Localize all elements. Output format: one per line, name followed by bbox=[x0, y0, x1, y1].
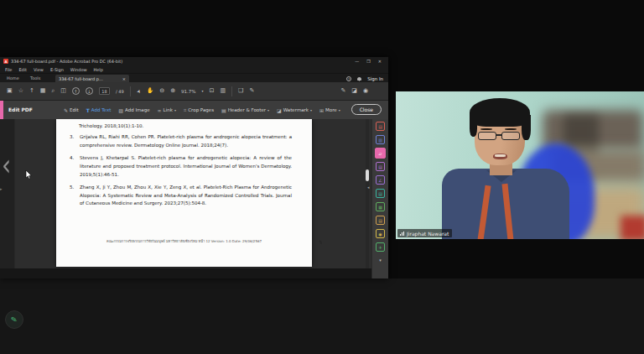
toolbar-right-group: ✎ ◪ ◉ bbox=[340, 88, 382, 94]
hand-tool-icon[interactable]: ✋ bbox=[147, 88, 154, 94]
tool-organize-pages[interactable]: ▦ bbox=[376, 202, 385, 211]
tab-tools[interactable]: Tools bbox=[30, 75, 40, 81]
header-footer-button[interactable]: ▤ Header & Footer ▾ bbox=[221, 107, 269, 113]
add-image-label: Add Image bbox=[125, 107, 150, 112]
search-icon[interactable]: ⌕ bbox=[51, 88, 55, 94]
previous-page-icon[interactable]: ↑ bbox=[72, 87, 80, 95]
menu-window[interactable]: Window bbox=[67, 67, 91, 72]
tool-protect-pdf[interactable]: ◉ bbox=[376, 229, 385, 238]
chevron-down-icon: ▾ bbox=[267, 108, 269, 112]
add-text-label: Add Text bbox=[91, 107, 112, 112]
annotate-pencil-button[interactable]: ✎ bbox=[5, 310, 23, 329]
expand-pane-arrow-icon[interactable]: ▸ bbox=[0, 186, 3, 191]
glasses-lens bbox=[478, 132, 496, 140]
connection-signal-icon bbox=[400, 231, 405, 236]
sign-in-button[interactable]: Sign In bbox=[367, 76, 383, 81]
tools-panel: ▤ ▥ ▱ ▤ ∠ ▤ ▦ ▤ ◉ ✈ ▾ bbox=[371, 119, 388, 279]
page-display-icon[interactable]: ▥ bbox=[220, 88, 226, 94]
tool-share-review[interactable]: ✈ bbox=[376, 242, 385, 252]
snapshot-icon[interactable]: ◫ bbox=[60, 88, 66, 94]
draw-icon[interactable]: ✎ bbox=[249, 88, 254, 94]
stamp-icon[interactable]: ◪ bbox=[351, 88, 357, 94]
account-icon[interactable]: ◉ bbox=[363, 88, 368, 94]
fit-width-icon[interactable]: ⊡ bbox=[210, 88, 215, 94]
acrobat-window: A 334-67 full-board.pdf - Adobe Acrobat … bbox=[0, 57, 388, 279]
participant-name-tag: Jiraphat Nawarat bbox=[397, 229, 452, 237]
active-tool-accent-strip bbox=[0, 101, 3, 119]
more-icon: ⊞ bbox=[319, 107, 324, 113]
print-icon[interactable]: ▦ bbox=[40, 88, 46, 94]
star-icon[interactable]: ☆ bbox=[18, 88, 23, 94]
tool-edit-pdf-active[interactable]: ▱ bbox=[375, 148, 386, 159]
zoom-level-value[interactable]: 91.7% bbox=[181, 89, 195, 94]
next-page-icon[interactable]: ↓ bbox=[86, 87, 93, 95]
panel-scroll-down-icon[interactable]: ▾ bbox=[379, 258, 382, 263]
add-image-button[interactable]: ▨ Add Image bbox=[118, 107, 149, 113]
toolbar-divider bbox=[130, 86, 131, 96]
chevron-down-icon: ▾ bbox=[174, 108, 176, 112]
comment-icon[interactable]: ❑ bbox=[238, 88, 243, 94]
restore-button[interactable]: ❐ bbox=[366, 59, 370, 64]
tool-compress-pdf[interactable]: ▤ bbox=[376, 216, 385, 225]
add-text-icon: T bbox=[86, 107, 90, 113]
tool-fill-sign[interactable]: ∠ bbox=[376, 175, 385, 185]
edit-icon: ✎ bbox=[64, 107, 68, 113]
link-button[interactable]: ∞ Link ▾ bbox=[158, 107, 176, 113]
menu-bar: File Edit View E-Sign Window Help bbox=[0, 65, 388, 74]
previous-panel-chevron-icon[interactable]: ‹ bbox=[2, 152, 11, 181]
menu-edit[interactable]: Edit bbox=[15, 67, 30, 72]
participant-name: Jiraphat Nawarat bbox=[407, 231, 449, 237]
edit-label: Edit bbox=[70, 107, 79, 112]
crop-pages-icon: ⌗ bbox=[184, 107, 186, 113]
tool-request-esign[interactable]: ▤ bbox=[376, 162, 385, 171]
tab-home[interactable]: Home bbox=[7, 75, 19, 81]
close-window-button[interactable]: ✕ bbox=[378, 59, 382, 64]
tool-export-pdf[interactable]: ▤ bbox=[376, 189, 385, 198]
fill-sign-icon[interactable]: ✎ bbox=[340, 88, 345, 94]
link-icon: ∞ bbox=[158, 107, 162, 113]
toolbar-divider bbox=[231, 86, 232, 96]
tool-create-pdf[interactable]: ▤ bbox=[376, 122, 385, 131]
mouse-cursor bbox=[25, 170, 32, 180]
edit-button[interactable]: ✎ Edit bbox=[64, 107, 79, 113]
add-text-button[interactable]: T Add Text bbox=[86, 107, 112, 113]
window-title: 334-67 full-board.pdf - Adobe Acrobat Pr… bbox=[11, 59, 122, 64]
scrollbar-thumb[interactable] bbox=[366, 169, 369, 181]
notifications-bell-icon[interactable] bbox=[357, 77, 361, 81]
glasses-bridge bbox=[496, 134, 502, 136]
tab-document[interactable]: 334-67 full-board p... × bbox=[55, 75, 129, 82]
screen: A 334-67 full-board.pdf - Adobe Acrobat … bbox=[0, 0, 644, 354]
panel-collapse-arrow-icon[interactable]: ◂ bbox=[367, 185, 370, 190]
select-tool-icon[interactable]: ➤ bbox=[135, 88, 141, 94]
pdf-page[interactable]: Trichology. 2018;10(1):1-10. 3. Grijalva… bbox=[56, 119, 312, 267]
tab-bar: Home Tools 334-67 full-board p... × ? Si… bbox=[0, 74, 388, 82]
menu-file[interactable]: File bbox=[2, 67, 15, 72]
zoom-out-icon[interactable]: ⊖ bbox=[159, 88, 164, 94]
menu-help[interactable]: Help bbox=[91, 67, 106, 72]
menu-esign[interactable]: E-Sign bbox=[47, 67, 67, 72]
zoom-in-icon[interactable]: ⊕ bbox=[170, 88, 175, 94]
tabbar-right-group: ? Sign In bbox=[346, 76, 383, 81]
tab-close-icon[interactable]: × bbox=[122, 76, 126, 81]
minimize-button[interactable]: — bbox=[355, 59, 359, 64]
reference-item: 3. Grijalva RL, Riahi RR, Cohen PR. Plat… bbox=[70, 133, 292, 149]
edit-pdf-panel-label: Edit PDF bbox=[8, 107, 33, 112]
close-edit-pdf-button[interactable]: Close bbox=[351, 104, 382, 115]
share-icon[interactable]: ↑ bbox=[29, 88, 34, 94]
help-icon[interactable]: ? bbox=[346, 76, 351, 81]
reference-text: Stevens J, Khetarpal S. Platelet-rich pl… bbox=[80, 154, 292, 179]
reference-text: Grijalva RL, Riahi RR, Cohen PR. Platele… bbox=[80, 133, 292, 149]
current-page-input[interactable]: 18 bbox=[99, 87, 110, 95]
edit-pdf-tools: ✎ Edit T Add Text ▨ Add Image ∞ Link ▾ bbox=[64, 101, 340, 119]
crop-pages-button[interactable]: ⌗ Crop Pages bbox=[184, 107, 214, 113]
zoom-caret-icon[interactable]: ▾ bbox=[202, 89, 204, 93]
menu-view[interactable]: View bbox=[30, 67, 47, 72]
save-icon[interactable]: ▣ bbox=[7, 88, 13, 94]
glasses-lens bbox=[501, 132, 520, 140]
watermark-button[interactable]: ◪ Watermark ▾ bbox=[277, 107, 312, 113]
document-scrollbar[interactable] bbox=[366, 119, 369, 268]
more-button[interactable]: ⊞ More ▾ bbox=[319, 107, 340, 113]
tool-combine-files[interactable]: ▥ bbox=[376, 135, 385, 144]
navigation-pane-strip[interactable] bbox=[0, 119, 15, 268]
reference-text: Zhang X, Ji Y, Zhou M, Zhou X, Xie Y, Ze… bbox=[80, 184, 292, 208]
